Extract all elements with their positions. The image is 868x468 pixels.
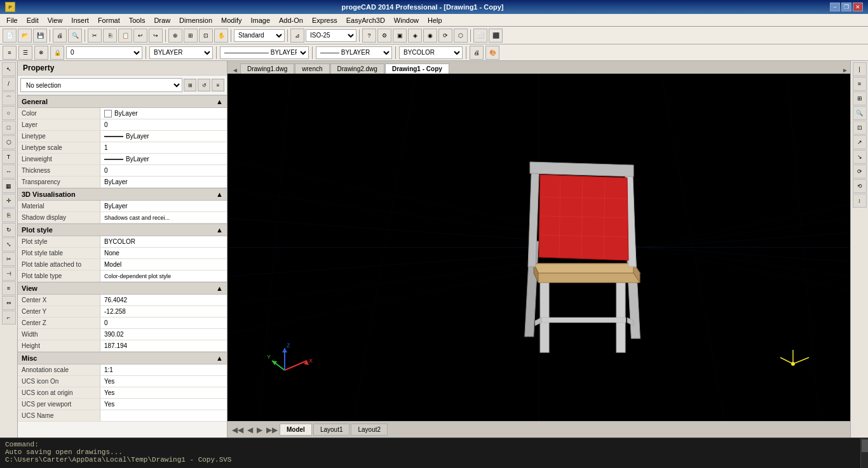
menu-image[interactable]: Image (247, 15, 274, 25)
tool-select[interactable]: ↖ (2, 62, 16, 76)
tool-copy2[interactable]: ⎘ (2, 208, 16, 222)
tb-undo[interactable]: ↩ (133, 29, 147, 43)
tool-rotate[interactable]: ↻ (2, 223, 16, 237)
restore-button[interactable]: ❐ (841, 3, 851, 11)
layout-tab-model[interactable]: Model (280, 424, 312, 436)
tool-arc[interactable]: ⌒ (2, 91, 16, 105)
tool-extend[interactable]: ⊣ (2, 267, 16, 281)
tb-open[interactable]: 📂 (18, 29, 32, 43)
right-btn-7[interactable]: ↘ (853, 150, 867, 164)
tool-circle[interactable]: ○ (2, 106, 16, 120)
tb-print[interactable]: 🖨 (53, 29, 67, 43)
sel-btn-3[interactable]: ≡ (212, 79, 224, 91)
bylayer-color-dropdown[interactable]: BYLAYER (149, 46, 213, 59)
tb-3d[interactable]: ⬡ (454, 29, 468, 43)
canvas-area[interactable]: X Y Z (227, 74, 850, 421)
layout-nav-first[interactable]: ◀◀ (230, 425, 245, 434)
window-controls[interactable]: − ❐ ✕ (830, 3, 863, 11)
sel-btn-2[interactable]: ↺ (198, 79, 210, 91)
tab-wrench[interactable]: wrench (295, 64, 329, 74)
command-scrollbar[interactable] (860, 438, 868, 468)
right-btn-3[interactable]: ⊞ (853, 91, 867, 105)
menu-edit[interactable]: Edit (23, 15, 43, 25)
right-btn-2[interactable]: ≡ (853, 77, 867, 91)
menu-dimension[interactable]: Dimension (175, 15, 216, 25)
menu-addon[interactable]: Add-On (275, 15, 307, 25)
layout-tab-layout2[interactable]: Layout2 (351, 424, 388, 436)
right-btn-6[interactable]: ↗ (853, 135, 867, 149)
tb-preview[interactable]: 🔍 (68, 29, 82, 43)
tb-paste[interactable]: 📋 (118, 29, 132, 43)
menu-modify[interactable]: Modify (217, 15, 245, 25)
bylayer-lineweight-dropdown[interactable]: ——— BYLAYER (316, 46, 392, 59)
minimize-button[interactable]: − (830, 3, 840, 11)
right-btn-8[interactable]: ⟳ (853, 164, 867, 178)
tb-zoom-ext[interactable]: ⊞ (184, 29, 198, 43)
section-plot[interactable]: Plot style ▲ (18, 224, 227, 236)
scrollbar-thumb[interactable] (862, 439, 868, 452)
sel-btn-1[interactable]: ⊞ (184, 79, 196, 91)
standard-dropdown[interactable]: Standard (234, 29, 285, 42)
tool-offset[interactable]: ≡ (2, 281, 16, 295)
tab-nav-right[interactable]: ► (840, 67, 850, 74)
menu-view[interactable]: View (44, 15, 67, 25)
tb-redo[interactable]: ↪ (149, 29, 163, 43)
tab-drawing1-copy[interactable]: Drawing1 - Copy (385, 64, 449, 74)
menu-window[interactable]: Window (390, 15, 423, 25)
tb-pan[interactable]: ✋ (214, 29, 228, 43)
menu-format[interactable]: Format (94, 15, 124, 25)
tab-nav-left[interactable]: ◄ (230, 67, 240, 74)
bylayer-linetype-dropdown[interactable]: ——————— BYLAYER (220, 46, 309, 59)
tb-extra2[interactable]: ⬛ (489, 29, 503, 43)
tb-cut[interactable]: ✂ (88, 29, 102, 43)
layout-nav-prev[interactable]: ◀ (245, 425, 255, 434)
menu-easyarch[interactable]: EasyArch3D (342, 15, 389, 25)
tool-trim[interactable]: ✂ (2, 252, 16, 266)
tb-new[interactable]: 📄 (3, 29, 17, 43)
tool-hatch[interactable]: ▦ (2, 179, 16, 193)
menu-express[interactable]: Express (308, 15, 341, 25)
right-btn-9[interactable]: ⟲ (853, 179, 867, 193)
menu-tools[interactable]: Tools (125, 15, 149, 25)
tb-question[interactable]: ? (362, 29, 376, 43)
tool-mirror[interactable]: ⇔ (2, 296, 16, 310)
tb-render[interactable]: ▣ (393, 29, 407, 43)
menu-help[interactable]: Help (424, 15, 446, 25)
tb-orbit[interactable]: ⟳ (438, 29, 452, 43)
layout-nav-last[interactable]: ▶▶ (264, 425, 280, 434)
tb-light[interactable]: ◉ (423, 29, 437, 43)
right-btn-1[interactable]: | (853, 62, 867, 76)
menu-draw[interactable]: Draw (150, 15, 174, 25)
right-btn-10[interactable]: ↕ (853, 194, 867, 208)
tab-drawing2[interactable]: Drawing2.dwg (330, 64, 384, 74)
tb-zoom-all[interactable]: ⊡ (199, 29, 213, 43)
bycolor-dropdown[interactable]: BYCOLOR (399, 46, 463, 59)
tool-text[interactable]: T (2, 150, 16, 164)
iso-dropdown[interactable]: ISO-25 (306, 29, 356, 42)
layer-dropdown[interactable]: 0 (66, 46, 142, 59)
tb-zoom-window[interactable]: ⊕ (168, 29, 182, 43)
section-view[interactable]: View ▲ (18, 282, 227, 295)
tool-poly[interactable]: ⬡ (2, 135, 16, 149)
tb-layer-mgr[interactable]: ≡ (3, 46, 17, 60)
tb-extra1[interactable]: ⬜ (473, 29, 487, 43)
tb-save[interactable]: 💾 (33, 29, 47, 43)
tb-layer-state[interactable]: ☰ (18, 46, 32, 60)
tb-layer-lock[interactable]: 🔒 (50, 46, 64, 60)
tb-settings[interactable]: ⚙ (377, 29, 391, 43)
tb-visual[interactable]: ◈ (408, 29, 422, 43)
layout-tab-layout1[interactable]: Layout1 (313, 424, 350, 436)
tb-dimstyle[interactable]: ⊿ (290, 29, 304, 43)
color-checkbox[interactable] (104, 110, 112, 117)
tb-match[interactable]: 🎨 (485, 46, 499, 60)
section-general[interactable]: General ▲ (18, 95, 227, 108)
right-btn-5[interactable]: ⊡ (853, 121, 867, 135)
tool-line[interactable]: / (2, 77, 16, 91)
layout-nav-next[interactable]: ▶ (255, 425, 264, 434)
close-button[interactable]: ✕ (853, 3, 863, 11)
tool-rect[interactable]: □ (2, 121, 16, 135)
tool-scale[interactable]: ⤡ (2, 237, 16, 251)
section-3d-vis[interactable]: 3D Visualisation ▲ (18, 188, 227, 201)
menu-insert[interactable]: Insert (67, 15, 93, 25)
tool-fillet[interactable]: ⌐ (2, 311, 16, 324)
